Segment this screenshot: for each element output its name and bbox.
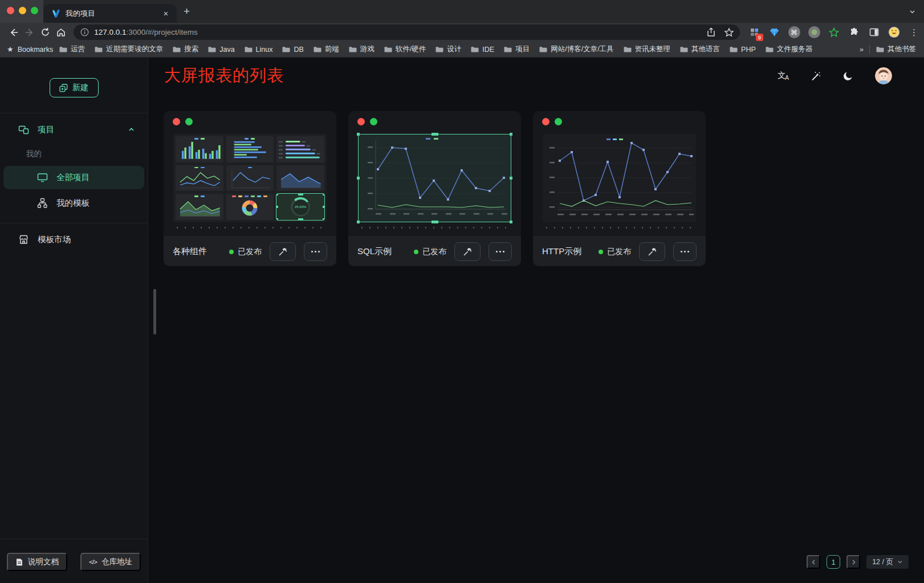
bookmark-folder-label: PHP [741, 46, 756, 54]
window-zoom-button[interactable] [31, 7, 38, 14]
emoji-profile-icon[interactable] [888, 26, 900, 39]
project-card-list: 25.00% 各种组件 已发布 [148, 94, 924, 266]
publish-status: 已发布 [599, 247, 631, 257]
dark-mode-moon-icon[interactable] [842, 70, 854, 81]
gem-extension-icon[interactable] [768, 26, 780, 39]
bookmark-folder[interactable]: 软件/硬件 [384, 44, 426, 54]
sidebar-item-all-projects[interactable]: 全部项目 [3, 166, 144, 189]
project-preview[interactable] [543, 134, 696, 222]
chevron-up-icon[interactable] [128, 126, 135, 133]
back-icon[interactable] [6, 25, 22, 40]
sidebar-group-label: 项目 [38, 124, 54, 135]
user-avatar[interactable] [875, 67, 892, 84]
sidebar-item-label: 我的模板 [56, 198, 89, 209]
puzzle-extensions-icon[interactable] [848, 26, 860, 39]
bookmark-folder-label: 近期需要读的文章 [106, 44, 163, 54]
address-bar[interactable]: 127.0.0.1:3000/#/project/items [74, 25, 740, 40]
scrollbar-thumb[interactable] [153, 289, 156, 335]
bookmark-folder[interactable]: 其他语言 [679, 44, 720, 54]
prev-page-button[interactable] [807, 555, 820, 569]
card-traffic-dots [173, 118, 193, 125]
bookmark-folder[interactable]: 网站/博客/文章/工具 [539, 44, 613, 54]
chrome-menu-icon[interactable]: ⋮ [910, 27, 918, 38]
tab-close-icon[interactable]: × [161, 9, 171, 19]
bookmarks-right-group: » 其他书签 [860, 44, 916, 54]
project-preview[interactable] [358, 134, 511, 222]
status-dot [599, 250, 603, 254]
project-card[interactable]: SQL示例 已发布 [348, 111, 521, 266]
bookmark-folder[interactable]: 设计 [435, 44, 461, 54]
bookmark-folder[interactable]: PHP [729, 45, 756, 54]
hammer-icon [278, 247, 288, 256]
sidebar-item-template-market[interactable]: 模板市场 [0, 227, 148, 252]
language-switch-icon[interactable]: 文A [778, 71, 789, 81]
folder-icon [876, 45, 884, 54]
status-label: 已发布 [238, 247, 262, 257]
bookmark-star-icon[interactable] [724, 27, 734, 38]
bookmarks-root-item[interactable]: ★ Bookmarks [7, 45, 53, 54]
command-extension-icon[interactable]: ⌘ [788, 26, 800, 39]
bookmark-folder-label: 游戏 [360, 44, 375, 54]
publish-status: 已发布 [414, 247, 446, 257]
sidebar-group-project[interactable]: 项目 [0, 117, 148, 142]
repo-button[interactable]: </> 仓库地址 [80, 553, 141, 571]
bookmark-folder[interactable]: 搜索 [172, 44, 198, 54]
bookmark-folder[interactable]: Linux [244, 45, 273, 54]
folder-icon [503, 45, 512, 54]
green-star-extension-icon[interactable] [828, 26, 840, 39]
mini-capsule-chart [276, 136, 324, 162]
other-bookmarks-folder[interactable]: 其他书签 [876, 44, 916, 54]
home-icon[interactable] [53, 25, 69, 40]
recorder-extension-icon[interactable] [808, 26, 820, 39]
current-page-button[interactable]: 1 [827, 555, 840, 569]
magic-wand-icon[interactable] [811, 71, 821, 81]
more-options-button[interactable] [489, 242, 512, 261]
bookmark-folder-label: Java [219, 46, 234, 54]
pagination: 1 12 / 页 [807, 555, 909, 569]
bookmark-folder-label: Linux [256, 46, 273, 54]
forward-icon[interactable] [22, 25, 38, 40]
bookmark-folder[interactable]: 前端 [313, 44, 339, 54]
bookmark-folder[interactable]: 近期需要读的文章 [94, 44, 163, 54]
new-tab-button[interactable]: + [184, 7, 190, 16]
url-path: :3000/#/project/items [126, 28, 197, 36]
project-preview[interactable]: 25.00% [173, 134, 327, 222]
project-card[interactable]: HTTP示例 已发布 [533, 111, 706, 266]
project-card[interactable]: 25.00% 各种组件 已发布 [164, 111, 336, 266]
edit-hammer-button[interactable] [270, 242, 296, 261]
site-info-icon[interactable] [80, 28, 89, 36]
bookmark-folder[interactable]: 资讯未整理 [623, 44, 671, 54]
project-name: HTTP示例 [542, 246, 581, 257]
bookmark-folder[interactable]: Java [207, 45, 234, 54]
edit-hammer-button[interactable] [639, 242, 665, 261]
side-panel-icon[interactable] [868, 26, 880, 39]
active-tab[interactable]: 我的项目 × [43, 4, 177, 23]
bookmark-folder[interactable]: DB [282, 45, 303, 54]
page-size-select[interactable]: 12 / 页 [866, 555, 909, 569]
edit-hammer-button[interactable] [454, 242, 481, 261]
bookmark-folder[interactable]: 游戏 [348, 44, 375, 54]
bookmarks-overflow-chevron[interactable]: » [860, 46, 864, 54]
bookmark-folder-label: 文件服务器 [777, 44, 813, 54]
folder-icon [539, 45, 547, 54]
bookmark-folder[interactable]: IDE [470, 45, 494, 54]
sidebar-subheading-my: 我的 [0, 144, 148, 164]
code-icon: </> [89, 558, 97, 565]
window-minimize-button[interactable] [19, 7, 26, 14]
new-project-button[interactable]: 新建 [50, 78, 99, 97]
card-footer: SQL示例 已发布 [348, 237, 521, 266]
sidebar-footer: 说明文档 </> 仓库地址 [0, 539, 148, 583]
reload-icon[interactable] [38, 25, 54, 40]
next-page-button[interactable] [846, 555, 860, 569]
bookmark-folder[interactable]: 文件服务器 [765, 44, 813, 54]
dashboard-extension-icon[interactable]: 9 [748, 26, 760, 39]
more-options-button[interactable] [673, 242, 697, 261]
window-close-button[interactable] [7, 7, 14, 14]
more-options-button[interactable] [304, 242, 327, 261]
bookmark-folder[interactable]: 运营 [59, 44, 85, 54]
docs-button[interactable]: 说明文档 [7, 553, 67, 571]
tab-search-chevron-icon[interactable] [909, 8, 916, 15]
share-icon[interactable] [706, 27, 716, 37]
bookmark-folder[interactable]: 项目 [503, 44, 530, 54]
sidebar-item-my-templates[interactable]: 我的模板 [3, 191, 144, 215]
